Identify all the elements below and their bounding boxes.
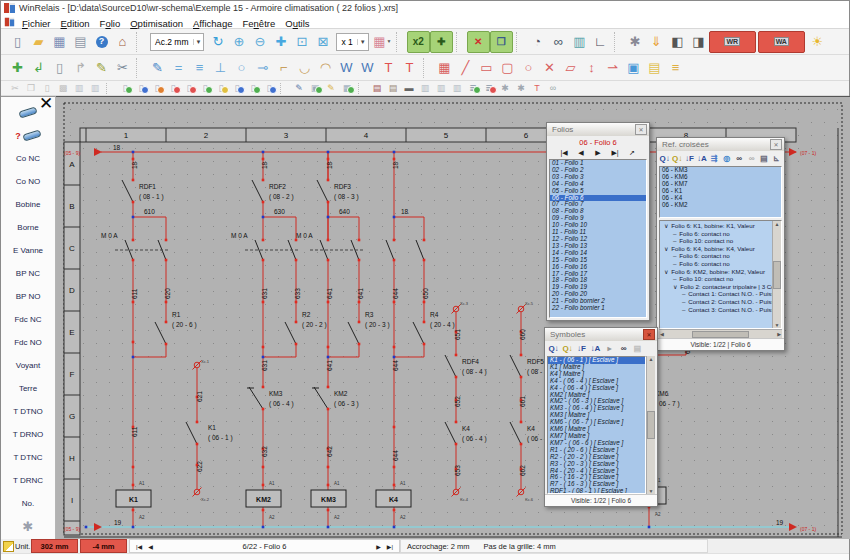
- winrelais-base-icon[interactable]: WR: [709, 31, 756, 53]
- sidebar-item-borne[interactable]: Borne: [1, 216, 55, 239]
- copy-block-icon[interactable]: ❐: [490, 31, 513, 53]
- menu-edition[interactable]: Edition: [56, 18, 95, 29]
- sidebar-item-no-[interactable]: No.: [1, 492, 55, 515]
- list-dim-icon[interactable]: ▥: [433, 82, 449, 94]
- edit-cable-icon[interactable]: ✎: [291, 82, 307, 94]
- sidebar-item-bp-nc[interactable]: BP NC: [1, 262, 55, 285]
- refresh-icon[interactable]: ↻: [207, 32, 228, 52]
- zoom-selection-icon[interactable]: ⊡: [291, 32, 312, 52]
- cut-icon[interactable]: ✂: [112, 58, 133, 78]
- sort-name-down-icon[interactable]: Q↓: [659, 153, 670, 165]
- sidebar-item-bp-no[interactable]: BP NO: [1, 285, 55, 308]
- ref-tree-node[interactable]: – Folio 10: contact no: [660, 275, 772, 283]
- ref-tree-node[interactable]: – Contact 3: Contact N.O. - Puiss: [660, 306, 772, 314]
- search-symbol-icon[interactable]: ◔: [527, 32, 548, 52]
- new-document-icon[interactable]: ▯: [7, 32, 28, 52]
- filter-icon[interactable]: ⇶: [709, 153, 720, 165]
- close-icon[interactable]: ✕: [643, 329, 655, 340]
- sidebar-item-t-dtno[interactable]: T DTNO: [1, 400, 55, 423]
- sidebar-item-e-vanne[interactable]: E Vanne: [1, 239, 55, 262]
- close-icon[interactable]: ✕: [635, 124, 647, 135]
- sidebar-item-t-dtnc[interactable]: T DTNC: [1, 446, 55, 469]
- settings-gear-icon[interactable]: ✱: [625, 32, 646, 52]
- columns-icon[interactable]: ▥: [569, 32, 590, 52]
- wire-label-edit-icon[interactable]: W: [336, 58, 357, 78]
- move-element-icon[interactable]: ✚: [7, 58, 28, 78]
- menu-optimisation[interactable]: Optimisation: [125, 18, 188, 29]
- last-folio-icon[interactable]: ▶|: [609, 149, 622, 157]
- folio-down-icon[interactable]: ▯: [229, 82, 245, 94]
- schematic-canvas[interactable]: 12345678 ABCDEFGHI: [56, 96, 850, 539]
- list-300-icon[interactable]: ▥: [417, 82, 433, 94]
- ref-tree-node[interactable]: – Contact 2: Contact N.O. - Puiss: [660, 298, 772, 306]
- paint-brush-icon[interactable]: ✎: [91, 58, 112, 78]
- refs-titlebar[interactable]: Ref. croisées ✕: [657, 138, 784, 151]
- sidebar-item-bobine[interactable]: Bobine: [1, 193, 55, 216]
- text-edit-icon[interactable]: T: [529, 82, 545, 94]
- ref-tree-node[interactable]: – Folio 10: contact no: [660, 237, 772, 245]
- component-b-icon[interactable]: ◨: [688, 32, 709, 52]
- draw-wire-icon[interactable]: ✎: [147, 58, 168, 78]
- sidebar-item-fdc-no[interactable]: Fdc NO: [1, 331, 55, 354]
- draw-polyline-icon[interactable]: ✕: [539, 58, 560, 78]
- menu-affichage[interactable]: Affichage: [188, 18, 237, 29]
- text-insert-icon[interactable]: T: [378, 58, 399, 78]
- sort-alpha-icon[interactable]: ↓A: [589, 343, 602, 355]
- draw-rectangle-icon[interactable]: ▭: [476, 58, 497, 78]
- wire-multi-icon[interactable]: ≡: [189, 58, 210, 78]
- origin-axis-icon[interactable]: ∟: [590, 32, 611, 52]
- prev-folio-icon[interactable]: ◀: [575, 149, 588, 157]
- search-disabled-icon[interactable]: ∞: [746, 153, 757, 165]
- save-icon[interactable]: ▦: [49, 32, 70, 52]
- home-icon[interactable]: ⌂: [112, 32, 133, 52]
- ref-tree-node[interactable]: – Contact 1: Contact N.O. - Puiss: [660, 290, 772, 298]
- ref-tree-node[interactable]: ∨ Folio 2: contacteur tripolaire | 3 Con: [660, 283, 772, 291]
- copy-disabled-icon[interactable]: ❐: [23, 82, 39, 94]
- draw-polygon-icon[interactable]: ▱: [560, 58, 581, 78]
- print-icon[interactable]: ▤: [70, 32, 91, 52]
- binoculars-icon[interactable]: ∞: [548, 32, 569, 52]
- close-icon[interactable]: ✕: [770, 139, 782, 150]
- folios-titlebar[interactable]: Folios ✕: [547, 123, 649, 136]
- help-icon[interactable]: ?: [91, 32, 112, 52]
- sort-name-down-icon[interactable]: Q↓: [547, 343, 560, 355]
- folio-note-icon[interactable]: ▯: [213, 82, 229, 94]
- ref-tree-node[interactable]: ∨ Folio 6: K4, bobine: K4, Valeur: [660, 245, 772, 253]
- arrow-horizontal-icon[interactable]: ⇀: [602, 58, 623, 78]
- wire-curve-up-icon[interactable]: ◠: [315, 58, 336, 78]
- redo-icon[interactable]: ↱: [70, 58, 91, 78]
- next-folio-icon[interactable]: ▶: [592, 149, 605, 157]
- goto-folio-icon[interactable]: ↗: [626, 149, 639, 157]
- sidebar-item-co-nc[interactable]: Co NC: [1, 147, 55, 170]
- pan-icon[interactable]: ✚: [270, 32, 291, 52]
- symbols-scrollbar[interactable]: ▲▼: [646, 356, 655, 494]
- unit-icon[interactable]: [3, 541, 14, 552]
- ref-tree-node[interactable]: – Folio 6: contact no: [660, 252, 772, 260]
- wire-node-icon[interactable]: ○: [231, 58, 252, 78]
- component-a-icon[interactable]: ◧: [667, 32, 688, 52]
- first-folio-icon[interactable]: |◀: [558, 149, 571, 157]
- ruler-lines-icon[interactable]: ≡: [665, 58, 686, 78]
- sidebar-item-terre[interactable]: Terre: [1, 377, 55, 400]
- folio-check-icon[interactable]: ▯: [197, 82, 213, 94]
- book-library-icon[interactable]: ▤: [385, 82, 401, 94]
- report-icon[interactable]: ▤: [758, 153, 769, 165]
- cut-disabled-icon[interactable]: ✂: [7, 82, 23, 94]
- menu-fichier[interactable]: Fichier: [17, 18, 56, 29]
- next-icon[interactable]: ▶: [376, 544, 381, 550]
- text-zone-icon[interactable]: T: [399, 58, 420, 78]
- list-ref-icon[interactable]: ▥: [449, 82, 465, 94]
- ref-tree-node[interactable]: – Folio 6: contact no: [660, 260, 772, 268]
- sidebar-item-t-drno[interactable]: T DRNO: [1, 423, 55, 446]
- folio-delete-icon[interactable]: ▯: [181, 82, 197, 94]
- grid-table-icon[interactable]: ▦: [434, 58, 455, 78]
- folio-ref-icon[interactable]: ▯: [261, 82, 277, 94]
- zoom-factor-combo[interactable]: x 1▼: [336, 33, 368, 51]
- target-icon[interactable]: ◎: [721, 153, 732, 165]
- winarmoire-icon[interactable]: WA: [758, 31, 805, 53]
- tool-pin-icon[interactable]: ✱: [513, 82, 529, 94]
- folio-info-icon[interactable]: ▯: [133, 82, 149, 94]
- grid-step-combo[interactable]: Ac.2 mm▼: [150, 33, 204, 51]
- archive-icon[interactable]: ▬: [401, 82, 417, 94]
- import-icon[interactable]: ⇓: [646, 32, 667, 52]
